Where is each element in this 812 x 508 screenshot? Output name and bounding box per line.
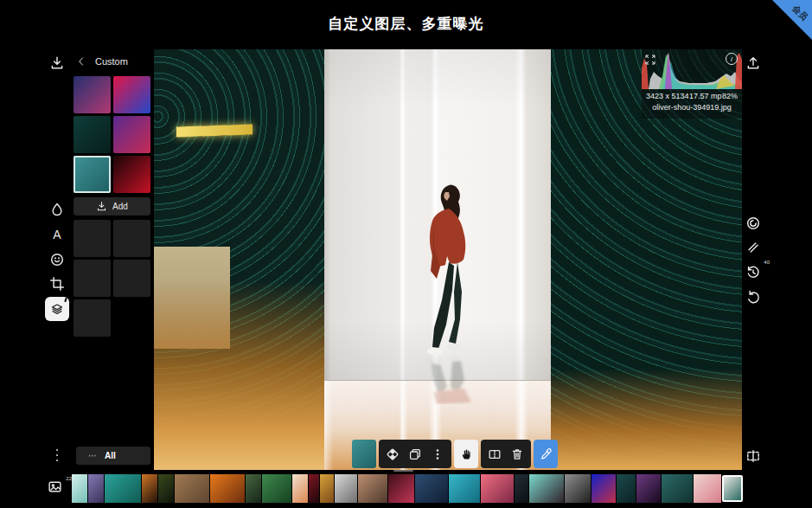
layer-thumb-city-night[interactable]: [74, 76, 111, 113]
back-chevron-icon[interactable]: [76, 56, 86, 67]
film-thumb-teal-building[interactable]: [617, 474, 636, 503]
film-thumb-red-glow[interactable]: [388, 474, 414, 503]
empty-layer-slot[interactable]: [113, 260, 150, 297]
layer-toolbar: [352, 440, 558, 468]
kebab-dots: [56, 454, 59, 457]
empty-layer-slot[interactable]: [113, 220, 150, 257]
film-thumb-fire[interactable]: [210, 474, 245, 503]
photo-count-icon[interactable]: 22: [48, 479, 65, 497]
view-actions-group: [481, 440, 531, 468]
blend-mode-button[interactable]: [381, 440, 404, 468]
film-thumb-storm-ocean[interactable]: [415, 474, 448, 503]
layer-thumb-teal-texture[interactable]: [74, 156, 111, 193]
floor-glow-left: [154, 280, 327, 470]
history-icon[interactable]: 40: [744, 263, 763, 282]
photo-editor-app: 自定义图层、多重曝光 会员 A Custom Add: [0, 0, 812, 508]
compare-view-icon[interactable]: [744, 447, 763, 466]
layers-badge: [64, 298, 67, 302]
empty-layer-slot[interactable]: [74, 260, 111, 297]
film-thumb-food[interactable]: [142, 474, 157, 503]
add-label: Add: [112, 202, 128, 211]
film-thumb-flamingos[interactable]: [694, 474, 721, 503]
page-title: 自定义图层、多重曝光: [0, 14, 812, 34]
layer-actions-group: [379, 440, 451, 468]
eyedropper-button-active[interactable]: [534, 440, 558, 468]
layers-panel-header: Custom: [76, 56, 128, 67]
film-thumb-leaves-river[interactable]: [262, 474, 291, 503]
woman-figure: [409, 179, 496, 404]
split-view-button[interactable]: [483, 440, 506, 468]
film-thumb-purple-trees[interactable]: [88, 474, 104, 503]
film-thumb-dark-plants[interactable]: [158, 474, 174, 503]
layer-thumbnail-grid: [74, 76, 151, 193]
more-options-kebab[interactable]: [53, 447, 61, 464]
sticker-tool-icon[interactable]: [48, 250, 67, 269]
film-thumb-sunset[interactable]: [481, 474, 514, 503]
layer-thumb-teal-city[interactable]: [74, 116, 111, 153]
layer-thumb-neon-purple[interactable]: [113, 116, 150, 153]
film-thumb-dark-figure[interactable]: [515, 474, 528, 503]
crop-tool-icon[interactable]: [48, 274, 67, 293]
film-thumb-woman-room[interactable]: [358, 474, 387, 503]
delete-layer-button[interactable]: [506, 440, 528, 468]
add-layer-button[interactable]: Add: [74, 197, 150, 215]
film-thumb-island[interactable]: [105, 474, 141, 503]
text-tool-icon[interactable]: A: [48, 225, 67, 244]
layers-tool-button-active[interactable]: [45, 297, 69, 321]
panel-title: Custom: [95, 56, 128, 67]
effects-spiral-icon[interactable]: [744, 214, 763, 233]
film-thumb-bw-mountain[interactable]: [565, 474, 591, 503]
adjust-icon[interactable]: [744, 238, 763, 257]
all-label: All: [105, 451, 116, 460]
film-thumb-sand[interactable]: [175, 474, 209, 503]
download-button[interactable]: [48, 54, 67, 73]
histogram-panel[interactable]: i 3423 x 5134 17.57 mp 82% oliver-shou-3…: [642, 49, 742, 119]
film-thumb-flower[interactable]: [292, 474, 308, 503]
film-thumb-current-image[interactable]: [722, 475, 743, 502]
more-options-button[interactable]: [426, 440, 449, 468]
empty-layer-slot[interactable]: [74, 220, 111, 257]
film-thumb-teal-street[interactable]: [449, 474, 480, 503]
film-thumb-bw-portrait[interactable]: [335, 474, 357, 503]
film-thumb-yellow-sign[interactable]: [320, 474, 334, 503]
film-thumb-teal-light-woman[interactable]: [529, 474, 564, 503]
layer-thumb-red-streaks[interactable]: [113, 156, 150, 193]
image-info-row: 3423 x 5134 17.57 mp 82%: [642, 92, 742, 100]
canvas[interactable]: i 3423 x 5134 17.57 mp 82% oliver-shou-3…: [154, 49, 742, 470]
empty-layer-slot[interactable]: [74, 299, 111, 337]
floor-glow-right: [551, 369, 742, 470]
filters-icon[interactable]: [48, 200, 67, 219]
image-megapixels: 17.57 mp: [689, 92, 722, 100]
film-thumb-wave[interactable]: [72, 474, 87, 503]
film-thumb-red-dark[interactable]: [309, 474, 319, 503]
film-thumb-jellyfish[interactable]: [591, 474, 616, 503]
history-count-badge: 40: [764, 260, 770, 265]
membership-ribbon[interactable]: [772, 0, 812, 40]
export-button[interactable]: [744, 54, 763, 73]
active-layer-thumbnail[interactable]: [352, 440, 376, 468]
zoom-level: 82%: [722, 92, 738, 100]
film-thumb-purple-flowers[interactable]: [636, 474, 661, 503]
image-dimensions: 3423 x 5134: [646, 92, 689, 100]
layer-thumb-portrait-red[interactable]: [113, 76, 150, 113]
empty-layer-slots: [74, 220, 151, 337]
hand-tool-button-active[interactable]: [454, 440, 478, 468]
download-icon: [96, 201, 107, 212]
undo-icon[interactable]: [744, 288, 763, 307]
more-dots: ⋯: [88, 451, 98, 460]
film-thumb-night-lake[interactable]: [662, 474, 693, 503]
photo-count-badge: 22: [66, 476, 72, 481]
film-thumb-window-plants[interactable]: [246, 474, 261, 503]
duplicate-layer-button[interactable]: [404, 440, 426, 468]
info-icon[interactable]: i: [726, 53, 738, 65]
all-filter-button[interactable]: ⋯ All: [76, 447, 150, 465]
image-filename: oliver-shou-394919.jpg: [642, 103, 742, 112]
filmstrip: 22: [48, 474, 764, 504]
expand-histogram-icon[interactable]: [645, 53, 655, 63]
canvas-scrollbar[interactable]: [393, 470, 413, 472]
filmstrip-thumbnails: [72, 474, 764, 503]
